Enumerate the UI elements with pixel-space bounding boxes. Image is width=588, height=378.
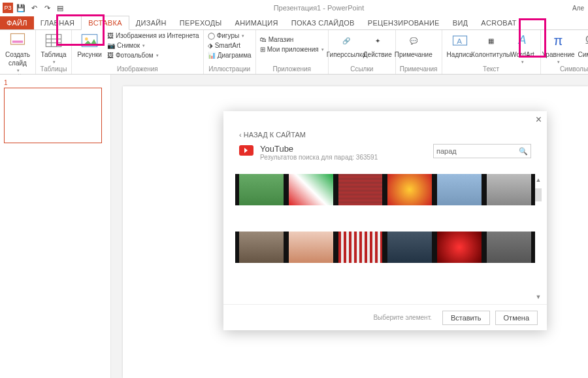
- scroll-down-icon[interactable]: ▼: [534, 294, 543, 303]
- symbol-icon: Ω: [580, 31, 588, 50]
- group-text: AНадпись ▦Колонтитулы AWordArt Текст: [442, 30, 541, 74]
- search-input[interactable]: парад 🔍: [433, 144, 531, 158]
- cancel-button[interactable]: Отмена: [495, 311, 538, 325]
- shapes-icon: ◯: [208, 31, 215, 41]
- header-footer-button[interactable]: ▦Колонтитулы: [478, 31, 505, 58]
- my-apps-button[interactable]: ⊞Мои приложения: [260, 45, 324, 54]
- video-thumbnail[interactable]: [487, 232, 531, 263]
- comment-icon: 💬: [404, 31, 423, 50]
- hyperlink-button[interactable]: 🔗Гиперссылка: [333, 31, 360, 58]
- tab-insert[interactable]: ВСТАВКА: [81, 16, 129, 30]
- shapes-button[interactable]: ◯Фигуры: [208, 31, 252, 41]
- svg-rect-2: [46, 35, 61, 47]
- tab-review[interactable]: РЕЦЕНЗИРОВАНИЕ: [361, 16, 446, 29]
- search-icon[interactable]: 🔍: [519, 147, 528, 156]
- insert-video-dialog: × ‹ НАЗАД К САЙТАМ YouTube Результатов п…: [223, 111, 547, 330]
- video-thumbnail[interactable]: [437, 174, 482, 205]
- video-thumbnail[interactable]: [437, 232, 482, 263]
- tab-design[interactable]: ДИЗАЙН: [129, 16, 173, 29]
- video-thumbnail[interactable]: [338, 174, 383, 205]
- video-thumbnail[interactable]: [387, 174, 432, 205]
- user-name: Але: [572, 5, 588, 12]
- group-label: Текст: [446, 65, 536, 74]
- table-icon: [44, 31, 63, 50]
- group-label: Приложения: [260, 65, 324, 74]
- group-label: Изображения: [76, 65, 199, 74]
- video-thumbnail[interactable]: [239, 174, 284, 205]
- hyperlink-icon: 🔗: [336, 31, 356, 50]
- video-thumbnail[interactable]: [387, 232, 432, 263]
- video-thumbnail[interactable]: [289, 232, 333, 263]
- symbol-button[interactable]: ΩСимвол: [576, 31, 588, 58]
- group-label: Примечания: [400, 65, 438, 74]
- pictures-icon: [80, 31, 99, 50]
- video-thumbnail[interactable]: [289, 174, 333, 205]
- scroll-up-icon[interactable]: ▲: [534, 177, 543, 186]
- svg-point-8: [85, 37, 88, 41]
- tab-home[interactable]: ГЛАВНАЯ: [34, 16, 82, 29]
- scroll-thumb[interactable]: [535, 188, 542, 201]
- group-illustrations: ◯Фигуры ⬗SmartArt 📊Диаграмма Иллюстрации: [204, 30, 256, 74]
- ribbon: Создатьслайд Слайды Таблица Таблицы Рису…: [0, 30, 588, 75]
- back-link[interactable]: ‹ НАЗАД К САЙТАМ: [239, 131, 306, 139]
- tab-acrobat[interactable]: ACROBAT: [474, 16, 523, 29]
- chart-button[interactable]: 📊Диаграмма: [208, 51, 252, 60]
- smartart-icon: ⬗: [208, 41, 213, 50]
- online-images-button[interactable]: 🖼Изображения из Интернета: [107, 31, 199, 41]
- svg-text:A: A: [457, 37, 462, 45]
- video-thumbnail[interactable]: [338, 232, 383, 263]
- group-comments: 💬Примечание Примечания: [396, 30, 442, 74]
- app-icon: P3: [3, 3, 13, 13]
- search-value: парад: [436, 147, 457, 155]
- comment-button[interactable]: 💬Примечание: [400, 31, 427, 58]
- undo-icon[interactable]: ↶: [29, 3, 39, 13]
- footer-hint: Выберите элемент.: [373, 314, 431, 321]
- table-button[interactable]: Таблица: [40, 31, 67, 65]
- results-scrollbar[interactable]: ▲ ▼: [534, 177, 543, 303]
- chart-icon: 📊: [208, 51, 216, 60]
- close-icon[interactable]: ×: [536, 114, 542, 126]
- group-images: Рисунки 🖼Изображения из Интернета 📷Снимо…: [72, 30, 204, 74]
- titlebar: P3 💾 ↶ ↷ ▤ Презентация1 - PowerPoint Але: [0, 0, 588, 16]
- tab-animation[interactable]: АНИМАЦИЯ: [229, 16, 285, 29]
- video-results: [239, 174, 531, 263]
- tab-view[interactable]: ВИД: [446, 16, 475, 29]
- video-thumbnail[interactable]: [487, 174, 531, 205]
- group-links: 🔗Гиперссылка ✦Действие Ссылки: [329, 30, 396, 74]
- screenshot-icon: 📷: [107, 41, 115, 50]
- results-count: Результатов поиска для парад: 363591: [260, 154, 427, 161]
- group-label: Символы: [545, 65, 588, 74]
- slide-thumbnail[interactable]: [4, 88, 102, 143]
- textbox-button[interactable]: AНадпись: [446, 31, 474, 58]
- youtube-icon: [239, 145, 253, 156]
- store-button[interactable]: 🛍Магазин: [260, 35, 324, 44]
- pictures-button[interactable]: Рисунки: [76, 31, 103, 58]
- screenshot-button[interactable]: 📷Снимок: [107, 41, 199, 50]
- smartart-button[interactable]: ⬗SmartArt: [208, 41, 252, 50]
- new-slide-button[interactable]: Создатьслайд: [4, 31, 31, 73]
- tab-transitions[interactable]: ПЕРЕХОДЫ: [173, 16, 229, 29]
- store-icon: 🛍: [260, 35, 267, 44]
- equation-button[interactable]: πУравнение: [545, 31, 572, 65]
- equation-icon: π: [549, 31, 568, 50]
- group-symbols: πУравнение ΩСимвол Символы: [541, 30, 588, 74]
- tab-slideshow[interactable]: ПОКАЗ СЛАЙДОВ: [285, 16, 361, 29]
- video-thumbnail[interactable]: [239, 232, 284, 263]
- album-icon: 🖼: [107, 51, 114, 60]
- start-icon[interactable]: ▤: [55, 3, 65, 13]
- action-button[interactable]: ✦Действие: [364, 31, 391, 58]
- tab-file[interactable]: ФАЙЛ: [0, 16, 34, 29]
- new-slide-icon: [8, 31, 27, 50]
- save-icon[interactable]: 💾: [16, 3, 26, 13]
- action-icon: ✦: [368, 31, 387, 50]
- insert-button[interactable]: Вставить: [442, 311, 490, 325]
- ribbon-tabs: ФАЙЛ ГЛАВНАЯ ВСТАВКА ДИЗАЙН ПЕРЕХОДЫ АНИ…: [0, 16, 588, 30]
- redo-icon[interactable]: ↷: [42, 3, 52, 13]
- photo-album-button[interactable]: 🖼Фотоальбом: [107, 51, 199, 60]
- wordart-button[interactable]: AWordArt: [509, 31, 536, 65]
- provider-name: YouTube: [260, 144, 427, 154]
- header-icon: ▦: [482, 31, 501, 50]
- slide-thumbnail-pane: 1: [0, 75, 111, 378]
- group-slides: Создатьслайд Слайды: [0, 30, 36, 74]
- wordart-icon: A: [513, 31, 532, 50]
